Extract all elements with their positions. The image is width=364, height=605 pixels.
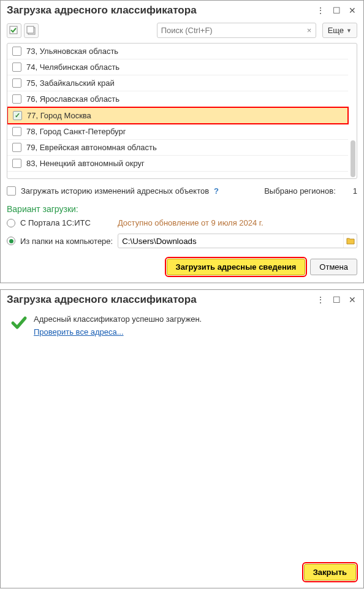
- variant-label: Вариант загрузки:: [1, 200, 363, 215]
- region-label: 79, Еврейская автономная область: [26, 143, 157, 152]
- more-button[interactable]: Еще ▼: [322, 23, 357, 38]
- maximize-icon[interactable]: ☐: [332, 6, 341, 15]
- region-item-74[interactable]: 74, Челябинская область: [7, 59, 348, 75]
- result-window-header: Загрузка адресного классификатора ⋮ ☐ ✕: [1, 290, 363, 310]
- scroll-thumb[interactable]: [351, 140, 355, 177]
- region-checkbox[interactable]: [12, 143, 21, 152]
- update-info: Доступно обновление от 9 июля 2024 г.: [118, 218, 264, 227]
- help-icon[interactable]: ?: [214, 186, 219, 196]
- radio-row-folder: Из папки на компьютере:: [1, 230, 363, 251]
- search-box: ×: [157, 23, 316, 38]
- close-icon[interactable]: ✕: [347, 295, 357, 305]
- result-window-controls: ⋮ ☐ ✕: [316, 295, 357, 305]
- region-checkbox[interactable]: [12, 127, 21, 136]
- region-label: 78, Город Санкт-Петербург: [26, 127, 126, 136]
- region-checkbox[interactable]: [12, 63, 21, 72]
- radio-row-portal: С Портала 1С:ИТС Доступно обновление от …: [1, 215, 363, 230]
- uncheck-all-icon: [26, 26, 36, 36]
- radio-folder[interactable]: [7, 237, 15, 245]
- options-row: Загружать историю изменений адресных объ…: [1, 181, 363, 200]
- folder-icon: [346, 237, 355, 245]
- region-label: 73, Ульяновская область: [26, 47, 118, 56]
- region-label: 83, Ненецкий автономный округ: [26, 159, 145, 168]
- search-input[interactable]: [157, 24, 303, 37]
- history-checkbox[interactable]: [7, 186, 16, 196]
- search-clear-icon[interactable]: ×: [303, 26, 316, 35]
- result-window: Загрузка адресного классификатора ⋮ ☐ ✕ …: [0, 289, 364, 588]
- region-item-75[interactable]: 75, Забайкальский край: [7, 75, 348, 91]
- selected-count: 1: [353, 186, 357, 196]
- success-row: Адресный классификатор успешно загружен.…: [1, 310, 363, 341]
- close-icon[interactable]: ✕: [347, 6, 357, 15]
- success-content: Адресный классификатор успешно загружен.…: [34, 314, 202, 337]
- region-item-78[interactable]: 78, Город Санкт-Петербург: [7, 124, 348, 140]
- maximize-icon[interactable]: ☐: [332, 295, 341, 305]
- radio-portal-label: С Портала 1С:ИТС: [20, 218, 91, 227]
- window-header: Загрузка адресного классификатора ⋮ ☐ ✕: [1, 1, 363, 20]
- path-input-wrap: [118, 234, 357, 248]
- toolbar: × Еще ▼: [1, 20, 363, 40]
- region-checkbox[interactable]: [12, 94, 21, 104]
- close-button-row: Закрыть: [1, 557, 363, 588]
- region-label: 75, Забайкальский край: [26, 78, 115, 88]
- svg-rect-2: [27, 26, 34, 33]
- selected-label: Выбрано регионов:: [264, 186, 336, 196]
- success-check-icon: [10, 314, 28, 332]
- check-all-button[interactable]: [7, 23, 21, 38]
- folder-path-input[interactable]: [118, 235, 343, 248]
- region-label: 74, Челябинская область: [26, 63, 119, 72]
- scrollbar[interactable]: [349, 45, 355, 177]
- region-checkbox[interactable]: [12, 78, 21, 88]
- region-item-73[interactable]: 73, Ульяновская область: [7, 44, 348, 59]
- region-label: 77, Город Москва: [27, 111, 91, 120]
- folder-browse-button[interactable]: [343, 234, 357, 248]
- button-row: Загрузить адресные сведения Отмена: [1, 251, 363, 283]
- uncheck-all-button[interactable]: [24, 23, 39, 38]
- result-window-title: Загрузка адресного классификатора: [7, 294, 197, 306]
- check-addresses-link[interactable]: Проверить все адреса...: [34, 327, 124, 337]
- history-checkbox-label: Загружать историю изменений адресных объ…: [21, 186, 209, 196]
- region-item-79[interactable]: 79, Еврейская автономная область: [7, 140, 348, 156]
- radio-portal[interactable]: [7, 219, 15, 227]
- check-all-icon: [9, 26, 19, 36]
- region-list: 73, Ульяновская область74, Челябинская о…: [7, 43, 357, 179]
- main-window: Загрузка адресного классификатора ⋮ ☐ ✕ …: [0, 0, 364, 283]
- region-checkbox[interactable]: [12, 159, 21, 168]
- region-label: 76, Ярославская область: [26, 94, 119, 104]
- region-checkbox[interactable]: ✓: [13, 111, 22, 120]
- close-button[interactable]: Закрыть: [304, 564, 356, 580]
- load-button[interactable]: Загрузить адресные сведения: [167, 259, 306, 275]
- menu-icon[interactable]: ⋮: [316, 6, 325, 15]
- cancel-button[interactable]: Отмена: [310, 259, 357, 275]
- chevron-down-icon: ▼: [346, 28, 352, 34]
- window-controls: ⋮ ☐ ✕: [316, 6, 357, 15]
- region-item-77[interactable]: ✓77, Город Москва: [7, 107, 349, 124]
- window-title: Загрузка адресного классификатора: [7, 4, 197, 17]
- more-button-label: Еще: [328, 26, 344, 35]
- success-message: Адресный классификатор успешно загружен.: [34, 314, 202, 324]
- region-item-76[interactable]: 76, Ярославская область: [7, 91, 348, 107]
- region-item-83[interactable]: 83, Ненецкий автономный округ: [7, 156, 348, 172]
- region-checkbox[interactable]: [12, 47, 21, 56]
- svg-rect-0: [10, 26, 17, 34]
- radio-folder-label: Из папки на компьютере:: [20, 237, 113, 246]
- menu-icon[interactable]: ⋮: [316, 295, 325, 305]
